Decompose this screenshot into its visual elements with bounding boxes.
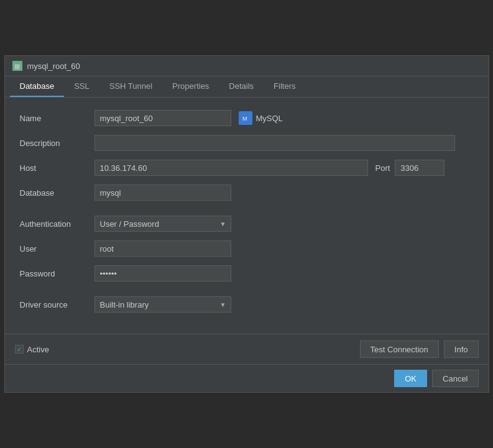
active-checkbox-wrapper[interactable]: Active — [15, 345, 49, 354]
footer-left: Active — [15, 345, 49, 354]
description-row: Description — [20, 135, 474, 151]
footer-right: Test Connection Info — [360, 341, 479, 358]
mysql-icon: M — [239, 111, 252, 125]
tab-ssl[interactable]: SSL — [64, 76, 99, 97]
auth-select[interactable]: User / Password No Authentication Native… — [94, 216, 231, 232]
active-checkbox[interactable] — [15, 345, 24, 354]
info-button[interactable]: Info — [444, 341, 479, 358]
driver-select[interactable]: Built-in library Custom — [94, 296, 231, 313]
description-input[interactable] — [94, 135, 455, 151]
port-label: Port — [376, 163, 390, 173]
tab-properties[interactable]: Properties — [162, 76, 219, 97]
active-label: Active — [27, 345, 49, 354]
password-row: Password — [20, 265, 474, 281]
auth-row: Authentication User / Password No Authen… — [20, 216, 474, 232]
auth-label: Authentication — [20, 219, 94, 229]
password-input[interactable] — [94, 265, 231, 281]
port-input[interactable] — [395, 160, 445, 176]
tab-ssh-tunnel[interactable]: SSH Tunnel — [99, 76, 162, 97]
svg-text:M: M — [242, 116, 247, 122]
name-label: Name — [20, 114, 94, 123]
host-row: Host Port — [20, 160, 474, 176]
tab-filters[interactable]: Filters — [264, 76, 305, 97]
tab-database[interactable]: Database — [10, 76, 65, 97]
user-row: User — [20, 240, 474, 257]
name-input[interactable] — [94, 110, 231, 126]
auth-select-wrapper: User / Password No Authentication Native… — [94, 216, 231, 232]
footer: Active Test Connection Info — [5, 334, 489, 364]
user-input[interactable] — [94, 240, 231, 257]
db-type-label: MySQL — [256, 114, 283, 123]
db-icon: ▦ — [12, 61, 22, 71]
database-row: Database — [20, 185, 474, 201]
driver-row: Driver source Built-in library Custom ▼ — [20, 296, 474, 313]
form-content: Name M MySQL Description Host Port Datab… — [5, 98, 489, 334]
dialog: ▦ mysql_root_60 Database SSL SSH Tunnel … — [4, 55, 489, 393]
database-label: Database — [20, 188, 94, 198]
host-input[interactable] — [94, 160, 368, 176]
cancel-button[interactable]: Cancel — [432, 370, 478, 387]
title-bar: ▦ mysql_root_60 — [5, 56, 489, 76]
ok-button[interactable]: OK — [394, 370, 427, 387]
user-label: User — [20, 244, 94, 254]
driver-label: Driver source — [20, 300, 94, 309]
db-type-badge: M MySQL — [239, 111, 283, 125]
driver-select-wrapper: Built-in library Custom ▼ — [94, 296, 231, 313]
dialog-title: mysql_root_60 — [27, 62, 80, 71]
tabs-bar: Database SSL SSH Tunnel Properties Detai… — [5, 76, 489, 98]
host-label: Host — [20, 163, 94, 173]
tab-details[interactable]: Details — [219, 76, 264, 97]
password-label: Password — [20, 269, 94, 278]
test-connection-button[interactable]: Test Connection — [360, 341, 439, 358]
bottom-bar: OK Cancel — [5, 364, 489, 392]
name-row: Name M MySQL — [20, 110, 474, 126]
database-input[interactable] — [94, 185, 231, 201]
description-label: Description — [20, 139, 94, 148]
